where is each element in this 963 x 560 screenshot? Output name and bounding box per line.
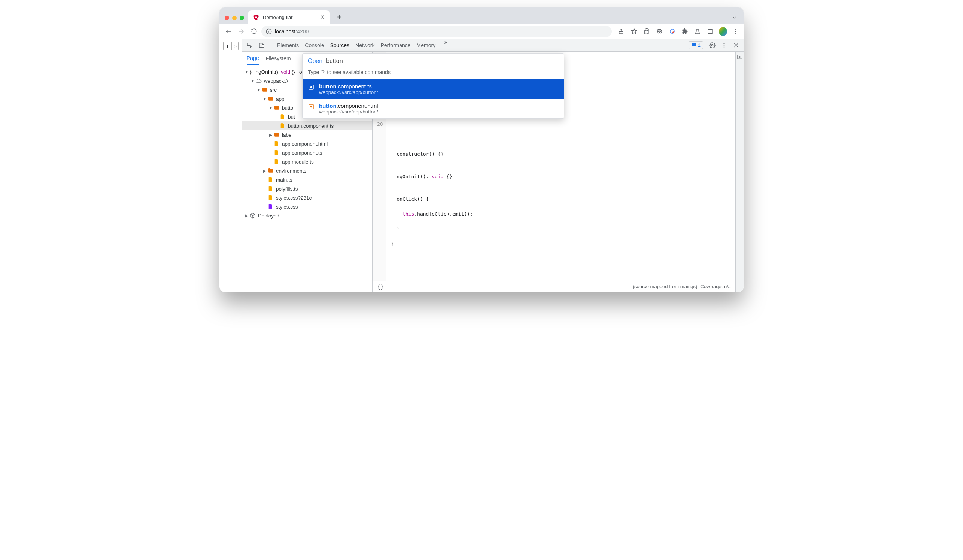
- open-file-result-0[interactable]: button.component.ts webpack:///src/app/b…: [303, 79, 564, 99]
- traffic-lights: [222, 16, 248, 24]
- browser-window: DemoAngular ✕ + localhost:4200: [219, 8, 744, 292]
- tab-network[interactable]: Network: [355, 39, 374, 52]
- svg-point-9: [645, 30, 646, 31]
- tree-label-folder[interactable]: ▶ label: [242, 130, 372, 139]
- extension-ghost-icon[interactable]: [642, 28, 651, 36]
- back-button[interactable]: [223, 26, 233, 37]
- html-file-icon: [308, 103, 315, 110]
- svg-rect-17: [708, 29, 713, 33]
- file-icon: [268, 177, 274, 183]
- result-path: webpack:///src/app/button/: [319, 89, 378, 95]
- svg-point-26: [724, 43, 725, 44]
- share-icon[interactable]: [617, 28, 625, 36]
- result-title: button.component.html: [319, 103, 378, 109]
- svg-point-20: [735, 31, 736, 32]
- svg-point-19: [735, 29, 736, 30]
- close-tab-icon[interactable]: ✕: [320, 14, 325, 21]
- devtools-panel: Elements Console Sources Network Perform…: [242, 39, 744, 292]
- debugger-rail: [735, 52, 744, 292]
- editor-status-bar: {} (source mapped from main.js) Coverage…: [373, 281, 735, 292]
- svg-point-36: [311, 106, 312, 107]
- tab-sources[interactable]: Sources: [330, 39, 349, 52]
- result-title: button.component.ts: [319, 83, 378, 89]
- issues-count: 1: [698, 42, 700, 48]
- tree-styles-css[interactable]: styles.css: [242, 202, 372, 211]
- tree-polyfills-ts[interactable]: polyfills.ts: [242, 184, 372, 193]
- navigator-tab-filesystem[interactable]: Filesystem: [266, 52, 291, 65]
- tab-console[interactable]: Console: [305, 39, 324, 52]
- tree-app-module-ts[interactable]: app.module.ts: [242, 157, 372, 166]
- counter-value: 0: [232, 43, 237, 49]
- svg-marker-1: [256, 15, 259, 20]
- browser-menu-icon[interactable]: [731, 28, 740, 36]
- folder-icon: [268, 168, 274, 174]
- side-panel-icon[interactable]: [706, 28, 714, 36]
- tab-performance[interactable]: Performance: [380, 39, 410, 52]
- open-file-result-1[interactable]: button.component.html webpack:///src/app…: [303, 99, 564, 118]
- folder-icon: [274, 132, 280, 138]
- counter-widget: +: [223, 42, 232, 50]
- navigator-tab-page[interactable]: Page: [247, 52, 259, 65]
- forward-button[interactable]: [236, 26, 246, 37]
- svg-point-34: [311, 87, 312, 88]
- new-tab-button[interactable]: +: [334, 12, 344, 23]
- device-toolbar-icon[interactable]: [256, 40, 267, 50]
- tabs-overflow-icon[interactable]: »: [441, 39, 449, 52]
- extension-incognito-icon[interactable]: [655, 28, 663, 36]
- tree-app-component-ts[interactable]: app.component.ts: [242, 148, 372, 157]
- settings-gear-icon[interactable]: [707, 40, 717, 50]
- tab-strip: DemoAngular ✕ +: [219, 8, 744, 24]
- site-info-icon[interactable]: [266, 28, 272, 34]
- source-map-link[interactable]: main.js: [680, 284, 696, 289]
- close-window-button[interactable]: [225, 16, 229, 20]
- tree-button-ts[interactable]: button.component.ts: [242, 121, 372, 130]
- extension-color-icon[interactable]: [668, 28, 676, 36]
- issues-button[interactable]: 1: [689, 41, 703, 49]
- expand-debugger-icon[interactable]: [737, 54, 743, 60]
- svg-point-12: [660, 31, 661, 33]
- file-icon: [280, 123, 286, 129]
- tab-elements[interactable]: Elements: [277, 39, 299, 52]
- inspect-element-icon[interactable]: [245, 40, 255, 50]
- source-map-info: (source mapped from main.js): [633, 284, 697, 289]
- tabs-dropdown-icon[interactable]: [728, 15, 741, 24]
- folder-icon: [262, 87, 268, 93]
- bookmark-star-icon[interactable]: [630, 28, 638, 36]
- tab-title: DemoAngular: [263, 15, 316, 20]
- maximize-window-button[interactable]: [240, 16, 244, 20]
- increment-button[interactable]: +: [224, 42, 232, 50]
- svg-rect-24: [262, 44, 264, 47]
- result-path: webpack:///src/app/button/: [319, 109, 378, 115]
- extensions-puzzle-icon[interactable]: [681, 28, 689, 36]
- box-icon: [250, 213, 256, 218]
- open-file-hint: Type '?' to see available commands: [303, 68, 564, 79]
- devtools-menu-icon[interactable]: [719, 40, 730, 50]
- open-file-input[interactable]: [325, 57, 559, 65]
- file-icon: [280, 114, 286, 120]
- open-file-header: Open: [303, 53, 564, 68]
- minimize-window-button[interactable]: [232, 16, 237, 20]
- tree-deployed[interactable]: ▶ Deployed: [242, 211, 372, 220]
- reload-button[interactable]: [249, 26, 259, 37]
- url-text: localhost:4200: [275, 28, 308, 34]
- tab-memory[interactable]: Memory: [417, 39, 436, 52]
- svg-point-27: [724, 45, 725, 46]
- svg-point-10: [647, 30, 647, 31]
- cloud-icon: [256, 78, 262, 84]
- file-icon: [268, 204, 274, 210]
- tree-app-component-html[interactable]: app.component.html: [242, 139, 372, 148]
- labs-beaker-icon[interactable]: [694, 28, 702, 36]
- close-devtools-icon[interactable]: [731, 40, 741, 50]
- tree-styles-css-q[interactable]: styles.css?231c: [242, 193, 372, 202]
- tree-environments[interactable]: ▶ environments: [242, 166, 372, 175]
- svg-point-15: [673, 31, 674, 33]
- browser-tab[interactable]: DemoAngular ✕: [248, 10, 330, 24]
- pretty-print-button[interactable]: {}: [377, 283, 384, 290]
- address-bar[interactable]: localhost:4200: [261, 26, 612, 37]
- profile-avatar[interactable]: [719, 28, 727, 36]
- tree-main-ts[interactable]: main.ts: [242, 175, 372, 184]
- svg-rect-32: [738, 55, 742, 59]
- file-icon: [268, 186, 274, 192]
- toolbar-actions: [614, 28, 740, 36]
- file-icon: [268, 195, 274, 201]
